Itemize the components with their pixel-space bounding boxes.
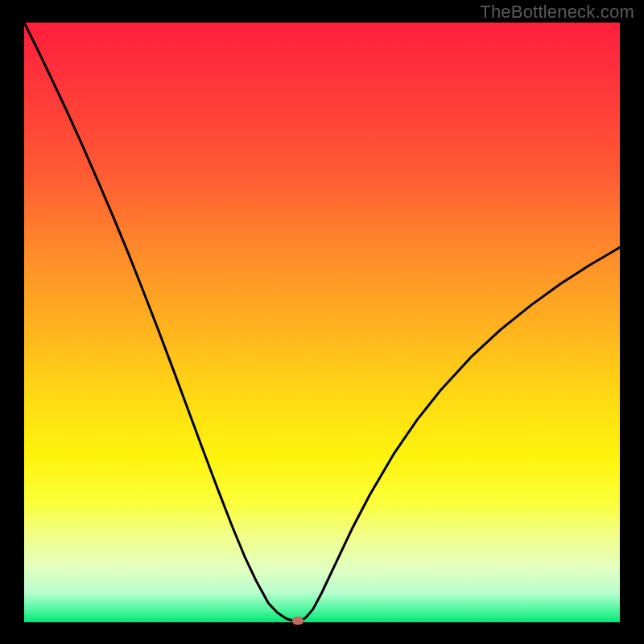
watermark-text: TheBottleneck.com (480, 2, 634, 23)
chart-curve (24, 23, 620, 622)
chart-marker-dot (292, 617, 303, 625)
chart-plot-area (24, 23, 620, 622)
